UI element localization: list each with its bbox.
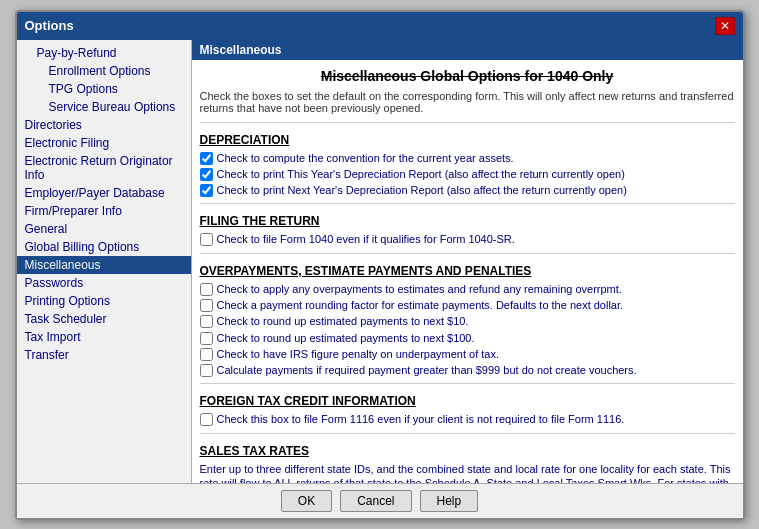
overpayments-option-2: Check a payment rounding factor for esti… [200, 298, 735, 312]
title-bar: Options ✕ [17, 12, 743, 40]
sidebar-item-miscellaneous[interactable]: Miscellaneous [17, 256, 191, 274]
salestax-heading: SALES TAX RATES [200, 444, 735, 458]
main-content: Miscellaneous Miscellaneous Global Optio… [192, 40, 743, 483]
sidebar-item-employer[interactable]: Employer/Payer Database [17, 184, 191, 202]
filing-checkbox-1[interactable] [200, 233, 213, 246]
overpayments-checkbox-2[interactable] [200, 299, 213, 312]
dialog-body: Pay-by-Refund Enrollment Options TPG Opt… [17, 40, 743, 483]
depreciation-heading: DEPRECIATION [200, 133, 735, 147]
depreciation-checkbox-1[interactable] [200, 152, 213, 165]
sidebar-item-servicebureau[interactable]: Service Bureau Options [17, 98, 191, 116]
help-button[interactable]: Help [420, 490, 479, 512]
depreciation-text-3: Check to print Next Year's Depreciation … [217, 183, 627, 197]
depreciation-option-1: Check to compute the convention for the … [200, 151, 735, 165]
overpayments-option-3: Check to round up estimated payments to … [200, 314, 735, 328]
sidebar-item-paybyrefund[interactable]: Pay-by-Refund [17, 44, 191, 62]
sidebar-item-general[interactable]: General [17, 220, 191, 238]
filing-option-1: Check to file Form 1040 even if it quali… [200, 232, 735, 246]
overpayments-text-1: Check to apply any overpayments to estim… [217, 282, 622, 296]
sidebar-item-ero[interactable]: Electronic Return Originator Info [17, 152, 191, 184]
depreciation-checkbox-2[interactable] [200, 168, 213, 181]
overpayments-option-1: Check to apply any overpayments to estim… [200, 282, 735, 296]
sidebar-item-passwords[interactable]: Passwords [17, 274, 191, 292]
overpayments-checkbox-4[interactable] [200, 332, 213, 345]
salestax-intro: Enter up to three different state IDs, a… [200, 462, 735, 483]
overpayments-checkbox-5[interactable] [200, 348, 213, 361]
foreigntax-option-1: Check this box to file Form 1116 even if… [200, 412, 735, 426]
overpayments-text-5: Check to have IRS figure penalty on unde… [217, 347, 500, 361]
overpayments-checkbox-6[interactable] [200, 364, 213, 377]
overpayments-checkbox-3[interactable] [200, 315, 213, 328]
section-title: Miscellaneous Global Options for 1040 On… [200, 68, 735, 84]
sidebar: Pay-by-Refund Enrollment Options TPG Opt… [17, 40, 192, 483]
cancel-button[interactable]: Cancel [340, 490, 411, 512]
depreciation-checkbox-3[interactable] [200, 184, 213, 197]
filing-text-1: Check to file Form 1040 even if it quali… [217, 232, 515, 246]
ok-button[interactable]: OK [281, 490, 332, 512]
content-header: Miscellaneous [192, 40, 743, 60]
dialog-title: Options [25, 18, 74, 33]
overpayments-heading: OVERPAYMENTS, ESTIMATE PAYMENTS AND PENA… [200, 264, 735, 278]
overpayments-text-2: Check a payment rounding factor for esti… [217, 298, 624, 312]
options-dialog: Options ✕ Pay-by-Refund Enrollment Optio… [15, 10, 745, 520]
dialog-footer: OK Cancel Help [17, 483, 743, 518]
overpayments-option-6: Calculate payments if required payment g… [200, 363, 735, 377]
overpayments-option-5: Check to have IRS figure penalty on unde… [200, 347, 735, 361]
sidebar-item-tpg[interactable]: TPG Options [17, 80, 191, 98]
filing-heading: FILING THE RETURN [200, 214, 735, 228]
close-button[interactable]: ✕ [715, 17, 735, 35]
sidebar-item-taximport[interactable]: Tax Import [17, 328, 191, 346]
foreigntax-checkbox-1[interactable] [200, 413, 213, 426]
depreciation-text-1: Check to compute the convention for the … [217, 151, 514, 165]
foreigntax-heading: FOREIGN TAX CREDIT INFORMATION [200, 394, 735, 408]
depreciation-option-2: Check to print This Year's Depreciation … [200, 167, 735, 181]
depreciation-option-3: Check to print Next Year's Depreciation … [200, 183, 735, 197]
sidebar-item-taskscheduler[interactable]: Task Scheduler [17, 310, 191, 328]
content-area[interactable]: Miscellaneous Global Options for 1040 On… [192, 60, 743, 483]
sidebar-item-firm[interactable]: Firm/Preparer Info [17, 202, 191, 220]
overpayments-checkbox-1[interactable] [200, 283, 213, 296]
overpayments-text-6: Calculate payments if required payment g… [217, 363, 637, 377]
sidebar-item-printing[interactable]: Printing Options [17, 292, 191, 310]
sidebar-item-globalbilling[interactable]: Global Billing Options [17, 238, 191, 256]
sidebar-item-directories[interactable]: Directories [17, 116, 191, 134]
intro-text: Check the boxes to set the default on th… [200, 90, 735, 123]
sidebar-item-transfer[interactable]: Transfer [17, 346, 191, 364]
overpayments-text-3: Check to round up estimated payments to … [217, 314, 469, 328]
overpayments-text-4: Check to round up estimated payments to … [217, 331, 475, 345]
depreciation-text-2: Check to print This Year's Depreciation … [217, 167, 625, 181]
overpayments-option-4: Check to round up estimated payments to … [200, 331, 735, 345]
sidebar-item-efiling[interactable]: Electronic Filing [17, 134, 191, 152]
sidebar-item-enrollment[interactable]: Enrollment Options [17, 62, 191, 80]
foreigntax-text-1: Check this box to file Form 1116 even if… [217, 412, 625, 426]
